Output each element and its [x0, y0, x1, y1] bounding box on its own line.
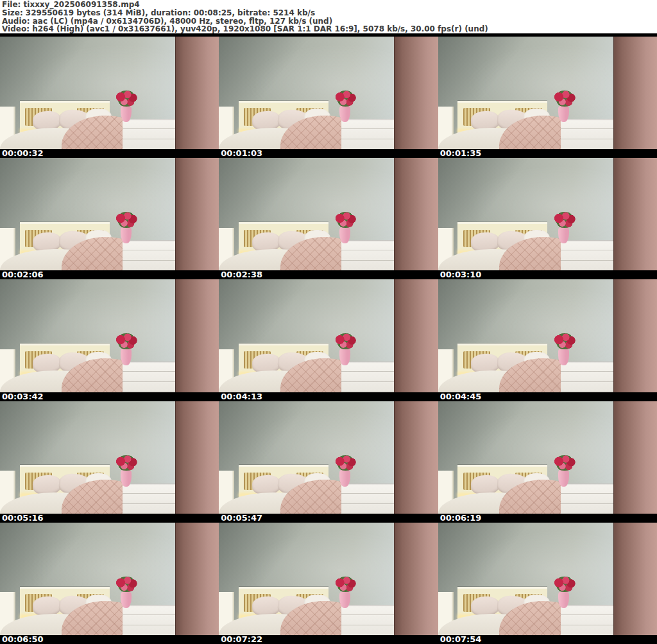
- video-frame: 00:06:50: [0, 523, 219, 644]
- flower-vase: [121, 348, 132, 365]
- curtain-pillar: [175, 401, 219, 514]
- frame-timestamp: 00:05:47: [221, 513, 262, 523]
- flower-bouquet: [553, 91, 576, 107]
- timestamp-bar: 00:03:10: [438, 270, 657, 279]
- flower-vase: [121, 227, 132, 243]
- dresser: [561, 240, 618, 270]
- curtain-pillar: [613, 158, 657, 270]
- frame-timestamp: 00:01:03: [221, 148, 262, 158]
- curtain-pillar: [394, 279, 438, 392]
- timestamp-bar: 00:04:13: [219, 392, 438, 401]
- flower-bouquet: [553, 577, 576, 593]
- frame-timestamp: 00:02:06: [2, 270, 44, 279]
- video-frame: 00:02:38: [219, 158, 438, 279]
- dresser: [341, 605, 398, 635]
- curtain-pillar: [175, 523, 219, 635]
- curtain-pillar: [613, 523, 657, 635]
- flower-bouquet: [115, 333, 138, 349]
- dresser: [561, 605, 618, 635]
- timestamp-bar: 00:02:06: [0, 270, 219, 279]
- dresser: [123, 605, 180, 635]
- video-frame: 00:02:06: [0, 158, 219, 279]
- dresser: [341, 119, 398, 149]
- dresser: [341, 240, 398, 270]
- frame-timestamp: 00:01:35: [440, 148, 482, 158]
- frame-timestamp: 00:06:19: [440, 513, 482, 523]
- curtain-pillar: [394, 158, 438, 270]
- frame-timestamp: 00:03:42: [2, 392, 44, 401]
- flower-vase: [339, 469, 350, 486]
- flower-bouquet: [334, 91, 357, 107]
- frame-timestamp: 00:05:16: [2, 513, 44, 523]
- frame-timestamp: 00:00:32: [2, 148, 44, 158]
- video-frame: 00:04:13: [219, 279, 438, 401]
- thumbnail-placeholder: [0, 523, 219, 635]
- timestamp-bar: 00:06:50: [0, 635, 219, 644]
- thumbnail-placeholder: [219, 158, 438, 270]
- flower-bouquet: [115, 91, 138, 107]
- video-frame: 00:07:22: [219, 523, 438, 644]
- frame-timestamp: 00:07:54: [440, 634, 482, 644]
- flower-vase: [339, 348, 350, 365]
- frame-timestamp: 00:04:13: [221, 392, 262, 401]
- thumbnail-placeholder: [438, 279, 657, 392]
- meta-line-file: File: tixxxy_202506091358.mp4: [2, 1, 657, 9]
- video-frame: 00:05:16: [0, 401, 219, 523]
- dresser: [341, 361, 398, 392]
- curtain-pillar: [394, 401, 438, 514]
- dresser: [561, 361, 618, 392]
- thumbnail-placeholder: [219, 37, 438, 149]
- meta-line-size: Size: 329550619 bytes (314 MiB), duratio…: [2, 9, 657, 17]
- video-frame: 00:03:42: [0, 279, 219, 401]
- flower-bouquet: [553, 333, 576, 349]
- curtain-pillar: [175, 279, 219, 392]
- video-frame: 00:07:54: [438, 523, 657, 644]
- flower-vase: [121, 469, 132, 486]
- timestamp-bar: 00:03:42: [0, 392, 219, 401]
- video-frame: 00:01:03: [219, 37, 438, 158]
- video-frame: 00:05:47: [219, 401, 438, 523]
- thumbnail-placeholder: [438, 158, 657, 270]
- video-frame: 00:00:32: [0, 37, 219, 158]
- timestamp-bar: 00:01:03: [219, 149, 438, 158]
- flower-vase: [121, 591, 132, 608]
- timestamp-bar: 00:01:35: [438, 149, 657, 158]
- timestamp-bar: 00:04:45: [438, 392, 657, 401]
- curtain-pillar: [613, 37, 657, 149]
- flower-bouquet: [115, 455, 138, 471]
- flower-vase: [121, 105, 132, 122]
- frame-timestamp: 00:04:45: [440, 392, 482, 401]
- thumbnail-placeholder: [438, 401, 657, 514]
- frame-timestamp: 00:07:22: [221, 634, 262, 644]
- curtain-pillar: [175, 37, 219, 149]
- timestamp-bar: 00:02:38: [219, 270, 438, 279]
- thumbnail-placeholder: [438, 523, 657, 635]
- flower-bouquet: [553, 212, 576, 228]
- curtain-pillar: [613, 401, 657, 514]
- thumbnail-placeholder: [219, 523, 438, 635]
- timestamp-bar: 00:06:19: [438, 514, 657, 523]
- dresser: [123, 361, 180, 392]
- thumbnail-placeholder: [0, 401, 219, 514]
- timestamp-bar: 00:00:32: [0, 149, 219, 158]
- curtain-pillar: [175, 158, 219, 270]
- thumbnail-placeholder: [0, 37, 219, 149]
- dresser: [123, 483, 180, 514]
- video-frame: 00:06:19: [438, 401, 657, 523]
- thumbnail-placeholder: [0, 158, 219, 270]
- timestamp-bar: 00:07:22: [219, 635, 438, 644]
- thumbnail-placeholder: [438, 37, 657, 149]
- dresser: [561, 483, 618, 514]
- timestamp-bar: 00:05:47: [219, 514, 438, 523]
- frames-grid: 00:00:32 00:01:03: [0, 37, 657, 644]
- frame-timestamp: 00:06:50: [2, 634, 44, 644]
- curtain-pillar: [613, 279, 657, 392]
- thumbnail-placeholder: [0, 279, 219, 392]
- dresser: [123, 119, 180, 149]
- thumbnail-placeholder: [219, 401, 438, 514]
- metadata-header: File: tixxxy_202506091358.mp4 Size: 3295…: [0, 0, 657, 33]
- flower-bouquet: [553, 455, 576, 471]
- frame-timestamp: 00:03:10: [440, 270, 482, 279]
- thumbnail-placeholder: [219, 279, 438, 392]
- flower-bouquet: [334, 212, 357, 228]
